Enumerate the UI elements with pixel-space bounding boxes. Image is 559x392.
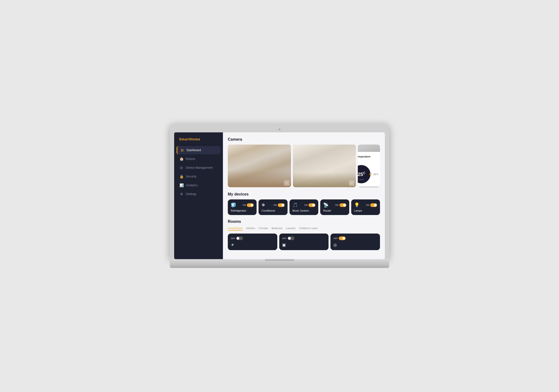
room-device-2-status: OFF xyxy=(282,237,287,240)
temp-side-value: 25°C xyxy=(373,173,378,176)
temp-value: 25C xyxy=(358,172,365,177)
device-toggle-row-conditioner: ON xyxy=(273,203,285,207)
rooms-section: Rooms Living Room Kitchen Corridor Bedro… xyxy=(228,219,380,250)
sidebar-label-device-management: Device Management xyxy=(186,166,213,169)
camera-grid: ⤢ ⤢ Living Room Temperature xyxy=(228,145,380,187)
camera-expand-kitchen[interactable]: ⤢ xyxy=(349,180,354,186)
temp-scale: 15°C 35°C xyxy=(358,161,380,163)
room-device-toggle-row-3: OFF xyxy=(333,236,377,240)
sidebar-item-analytics[interactable]: 📊 Analytics xyxy=(177,181,220,189)
refrigerator-status: ON xyxy=(243,204,246,206)
music-system-label: Music System xyxy=(292,209,315,212)
camera-kitchen-visual xyxy=(293,145,356,187)
security-icon: 🔒 xyxy=(180,175,183,178)
device-management-icon: ⊟ xyxy=(180,166,183,170)
conditioner-status: ON xyxy=(273,204,277,206)
rooms-icon: 🏠 xyxy=(180,157,183,161)
router-label: Router xyxy=(323,209,346,212)
device-card-lamps: 💡 ON Lamps xyxy=(351,199,380,215)
temp-popup-header: Living Room Temperature xyxy=(358,155,380,158)
room-tab-kitchen[interactable]: Kitchen xyxy=(246,227,255,231)
device-toggle-row-music: ON xyxy=(304,203,316,207)
device-card-top-lamps: 💡 ON xyxy=(354,202,377,208)
temp-indicator-dot xyxy=(369,173,371,175)
camera-living-visual xyxy=(228,145,291,187)
room-tab-laundry[interactable]: Laundry xyxy=(286,227,296,231)
refrigerator-toggle[interactable] xyxy=(247,203,254,207)
temperature-popup: Living Room Temperature 15°C 35°C − xyxy=(358,152,380,187)
sidebar-label-settings: Settings xyxy=(186,192,196,196)
room-device-3-icon: ◎ xyxy=(333,243,377,247)
room-device-card-1: OFF ☀ xyxy=(228,234,277,250)
sidebar-item-device-management[interactable]: ⊟ Device Management xyxy=(177,164,220,172)
sidebar-label-analytics: Analytics xyxy=(186,184,198,187)
device-card-top-music: 🎵 ON xyxy=(292,202,315,208)
device-toggle-row-lamps: ON xyxy=(366,203,377,207)
devices-grid: 🧊 ON Refridgerator ❄ xyxy=(228,199,380,215)
room-tab-living-room[interactable]: Living Room xyxy=(228,227,243,231)
laptop-screen: SmartHome ⊞ Dashboard 🏠 Rooms ⊟ Device M… xyxy=(174,132,385,259)
laptop-base xyxy=(170,259,389,265)
device-card-top-refrigerator: 🧊 ON xyxy=(231,202,254,208)
lamps-label: Lamps xyxy=(354,209,377,212)
room-device-toggle-row-1: OFF xyxy=(231,236,274,240)
room-tab-corridor[interactable]: Corridor xyxy=(259,227,268,231)
sidebar: SmartHome ⊞ Dashboard 🏠 Rooms ⊟ Device M… xyxy=(174,132,223,259)
camera-feed-kitchen: ⤢ xyxy=(293,145,356,187)
router-icon: 📡 xyxy=(323,202,329,208)
lamps-status: ON xyxy=(366,204,369,206)
dashboard-icon: ⊞ xyxy=(180,148,184,152)
sidebar-label-dashboard: Dashboard xyxy=(187,148,201,152)
sidebar-item-security[interactable]: 🔒 Security xyxy=(177,172,220,181)
device-card-refrigerator: 🧊 ON Refridgerator xyxy=(228,199,257,215)
temp-popup-title: Living Room Temperature xyxy=(358,155,370,158)
room-device-3-status: OFF xyxy=(333,237,338,240)
app-logo: SmartHome xyxy=(174,137,223,146)
conditioner-label: Conditioner xyxy=(261,209,284,212)
router-status: ON xyxy=(335,204,339,206)
music-system-toggle[interactable] xyxy=(309,203,315,207)
device-card-conditioner: ❄ ON Conditioner xyxy=(259,199,287,215)
room-tab-childrens-room[interactable]: Children's room xyxy=(299,227,318,231)
analytics-icon: 📊 xyxy=(180,183,183,187)
temp-label: Celsius xyxy=(359,179,364,180)
music-system-icon: 🎵 xyxy=(292,202,298,208)
lamps-icon: 💡 xyxy=(354,202,359,208)
device-toggle-row-refrigerator: ON xyxy=(243,203,254,207)
rooms-device-grid: OFF ☀ OFF ▣ xyxy=(228,234,380,250)
rooms-section-title: Rooms xyxy=(228,219,380,224)
devices-section: My devices 🧊 ON Refridgerator xyxy=(228,192,380,215)
device-toggle-row-router: ON xyxy=(335,203,346,207)
devices-section-title: My devices xyxy=(228,192,380,196)
laptop-notch xyxy=(279,128,280,130)
refrigerator-icon: 🧊 xyxy=(231,202,236,208)
rooms-tabs: Living Room Kitchen Corridor Bedroom Lau… xyxy=(228,227,380,231)
room-tab-bedroom[interactable]: Bedroom xyxy=(272,227,283,231)
room-device-1-status: OFF xyxy=(231,237,235,240)
room-device-1-toggle[interactable] xyxy=(236,236,243,240)
sidebar-nav: ⊞ Dashboard 🏠 Rooms ⊟ Device Management … xyxy=(174,146,223,198)
room-device-3-toggle[interactable] xyxy=(339,236,346,240)
camera-feed-living: ⤢ xyxy=(228,145,291,187)
refrigerator-label: Refridgerator xyxy=(231,209,254,212)
laptop-stand xyxy=(170,265,389,268)
settings-icon: ⚙ xyxy=(180,192,183,196)
sidebar-item-settings[interactable]: ⚙ Settings xyxy=(177,190,220,198)
sidebar-label-security: Security xyxy=(186,175,196,178)
camera-section: Camera ⤢ ⤢ xyxy=(228,137,380,187)
sidebar-item-rooms[interactable]: 🏠 Rooms xyxy=(177,155,220,163)
sidebar-label-rooms: Rooms xyxy=(186,157,195,161)
camera-expand-living[interactable]: ⤢ xyxy=(284,180,289,186)
conditioner-toggle[interactable] xyxy=(278,203,285,207)
sidebar-item-dashboard[interactable]: ⊞ Dashboard xyxy=(177,146,220,154)
room-device-1-icon: ☀ xyxy=(231,243,274,247)
device-card-router: 📡 ON Router xyxy=(320,199,349,215)
router-toggle[interactable] xyxy=(339,203,346,207)
camera-feed-third: Living Room Temperature 15°C 35°C − xyxy=(358,145,380,187)
lamps-toggle[interactable] xyxy=(370,203,377,207)
room-device-2-icon: ▣ xyxy=(282,243,326,247)
screen-bezel: SmartHome ⊞ Dashboard 🏠 Rooms ⊟ Device M… xyxy=(170,124,389,259)
music-status: ON xyxy=(304,204,308,206)
room-device-2-toggle[interactable] xyxy=(288,236,294,240)
room-device-toggle-row-2: OFF xyxy=(282,236,326,240)
